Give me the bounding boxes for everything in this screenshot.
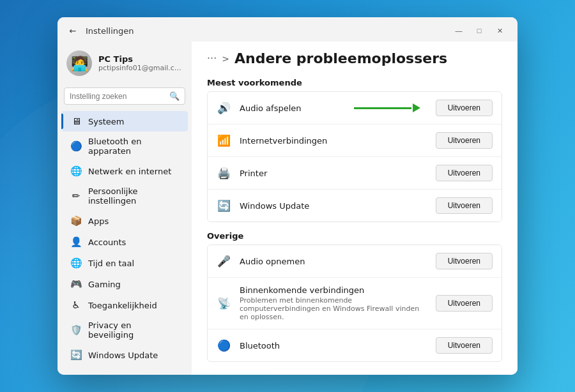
sidebar-item-bluetooth[interactable]: 🔵 Bluetooth en apparaten	[61, 132, 188, 160]
search-icon: 🔍	[169, 91, 180, 101]
sidebar-item-accounts[interactable]: 👤 Accounts	[61, 232, 188, 252]
troubleshoot-internet: 📶 Internetverbindingen Uitvoeren	[208, 124, 502, 157]
sidebar-item-label: Netwerk en internet	[88, 167, 171, 176]
sidebar-item-privacy[interactable]: 🛡️ Privacy en beveiliging	[61, 316, 188, 344]
section-other-title: Overige	[207, 231, 502, 241]
sidebar: 🧑‍💻 PC Tips pctipsinfo01@gmail.com 🔍 🖥 S…	[57, 41, 192, 375]
sidebar-item-windows-update[interactable]: 🔄 Windows Update	[61, 345, 188, 365]
toegankelijkheid-icon: ♿	[70, 299, 82, 311]
troubleshoot-bluetooth: 🔵 Bluetooth Uitvoeren	[208, 329, 502, 361]
user-name: PC Tips	[98, 54, 183, 64]
sidebar-item-label: Persoonlijke instellingen	[88, 186, 179, 206]
breadcrumb-dots[interactable]: ···	[207, 52, 217, 64]
minimize-button[interactable]: —	[450, 24, 468, 38]
nav-list: 🖥 Systeem 🔵 Bluetooth en apparaten 🌐 Net…	[57, 111, 192, 365]
troubleshoot-audio-opnemen: 🎤 Audio opnemen Uitvoeren	[208, 245, 502, 278]
arrow-indicator	[354, 103, 420, 112]
window-body: 🧑‍💻 PC Tips pctipsinfo01@gmail.com 🔍 🖥 S…	[57, 41, 518, 375]
sidebar-item-label: Accounts	[88, 237, 126, 247]
gaming-icon: 🎮	[70, 278, 82, 290]
netwerk-icon: 🌐	[70, 165, 82, 177]
sidebar-item-label: Gaming	[88, 280, 121, 289]
sidebar-item-gaming[interactable]: 🎮 Gaming	[61, 274, 188, 294]
page-title: Andere probleemoplossers	[234, 50, 447, 66]
green-arrow-line	[354, 107, 411, 109]
content-area: ··· > Andere probleemoplossers Meest voo…	[192, 41, 518, 375]
persoonlijk-icon: ✏️	[70, 190, 82, 202]
binnenkomende-label: Binnenkomende verbindingen	[240, 285, 427, 295]
internet-label: Internetverbindingen	[240, 136, 427, 146]
back-button[interactable]: ←	[66, 24, 79, 37]
audio-afspelen-label: Audio afspelen	[240, 103, 345, 113]
sidebar-item-toegankelijkheid[interactable]: ♿ Toegankelijkheid	[61, 295, 188, 315]
sidebar-item-apps[interactable]: 📦 Apps	[61, 211, 188, 231]
bluetooth-ts-label: Bluetooth	[240, 341, 427, 351]
run-printer-button[interactable]: Uitvoeren	[436, 165, 493, 181]
search-box[interactable]: 🔍	[64, 87, 185, 105]
privacy-icon: 🛡️	[70, 324, 82, 336]
common-section-card: 🔊 Audio afspelen Uitvoeren 📶	[207, 91, 502, 222]
title-bar: ← Instellingen — □ ✕	[57, 17, 518, 41]
run-audio-afspelen-button[interactable]: Uitvoeren	[436, 100, 493, 116]
troubleshoot-windows-update: 🔄 Windows Update Uitvoeren	[208, 190, 502, 222]
sidebar-item-persoonlijk[interactable]: ✏️ Persoonlijke instellingen	[61, 182, 188, 210]
sidebar-item-label: Bluetooth en apparaten	[88, 137, 179, 156]
user-email: pctipsinfo01@gmail.com	[98, 64, 183, 72]
sidebar-item-netwerk[interactable]: 🌐 Netwerk en internet	[61, 161, 188, 181]
windows-update-ts-label: Windows Update	[240, 201, 427, 211]
windows-update-icon: 🔄	[70, 349, 82, 361]
green-arrow-head	[413, 103, 420, 112]
binnenkomende-desc: Problemen met binnenkomende computerverb…	[240, 296, 427, 321]
windows-update-ts-icon: 🔄	[217, 199, 231, 213]
sidebar-item-systeem[interactable]: 🖥 Systeem	[61, 111, 188, 132]
breadcrumb-separator: >	[222, 54, 229, 64]
section-common-title: Meest voorkomende	[207, 78, 502, 87]
sidebar-item-label: Toegankelijkheid	[88, 301, 157, 310]
window-title: Instellingen	[86, 26, 134, 36]
sidebar-item-label: Windows Update	[88, 351, 158, 360]
sidebar-item-label: Systeem	[88, 117, 124, 126]
sidebar-item-label: Apps	[88, 216, 109, 226]
run-internet-button[interactable]: Uitvoeren	[436, 132, 493, 149]
sidebar-item-label: Tijd en taal	[88, 259, 134, 268]
sidebar-item-tijd[interactable]: 🌐 Tijd en taal	[61, 253, 188, 273]
search-input[interactable]	[70, 92, 165, 101]
run-bluetooth-button[interactable]: Uitvoeren	[436, 337, 493, 354]
bluetooth-ts-icon: 🔵	[217, 338, 231, 352]
avatar: 🧑‍💻	[66, 50, 92, 76]
troubleshoot-audio-afspelen: 🔊 Audio afspelen Uitvoeren	[208, 92, 502, 124]
tijd-icon: 🌐	[70, 257, 82, 269]
run-windows-update-button[interactable]: Uitvoeren	[436, 197, 493, 214]
content-header: ··· > Andere probleemoplossers	[192, 41, 518, 73]
maximize-button[interactable]: □	[470, 24, 488, 38]
audio-opnemen-icon: 🎤	[217, 254, 231, 268]
troubleshoot-printer: 🖨️ Printer Uitvoeren	[208, 157, 502, 190]
bluetooth-icon: 🔵	[70, 140, 82, 152]
printer-label: Printer	[240, 169, 427, 178]
title-bar-left: ← Instellingen	[66, 24, 134, 37]
other-section-card: 🎤 Audio opnemen Uitvoeren 📡 Binnenkomend…	[207, 245, 502, 362]
internet-icon: 📶	[217, 133, 231, 147]
window-controls: — □ ✕	[450, 24, 509, 38]
apps-icon: 📦	[70, 215, 82, 227]
user-info: PC Tips pctipsinfo01@gmail.com	[98, 54, 183, 72]
systeem-icon: 🖥	[70, 116, 82, 127]
run-binnenkomende-button[interactable]: Uitvoeren	[436, 295, 493, 312]
binnenkomende-icon: 📡	[217, 296, 231, 310]
green-arrow	[354, 103, 420, 112]
run-audio-opnemen-button[interactable]: Uitvoeren	[436, 253, 493, 269]
troubleshoot-binnenkomende: 📡 Binnenkomende verbindingen Problemen m…	[208, 278, 502, 329]
settings-window: ← Instellingen — □ ✕ 🧑‍💻 PC Tips pctipsi…	[57, 17, 518, 375]
sidebar-item-label: Privacy en beveiliging	[88, 320, 179, 340]
audio-afspelen-icon: 🔊	[217, 101, 231, 115]
audio-opnemen-label: Audio opnemen	[240, 257, 427, 266]
accounts-icon: 👤	[70, 236, 82, 248]
close-button[interactable]: ✕	[491, 24, 509, 38]
printer-icon: 🖨️	[217, 166, 231, 180]
user-profile: 🧑‍💻 PC Tips pctipsinfo01@gmail.com	[57, 44, 192, 85]
content-body: Meest voorkomende 🔊 Audio afspelen Uitvo…	[192, 73, 518, 375]
